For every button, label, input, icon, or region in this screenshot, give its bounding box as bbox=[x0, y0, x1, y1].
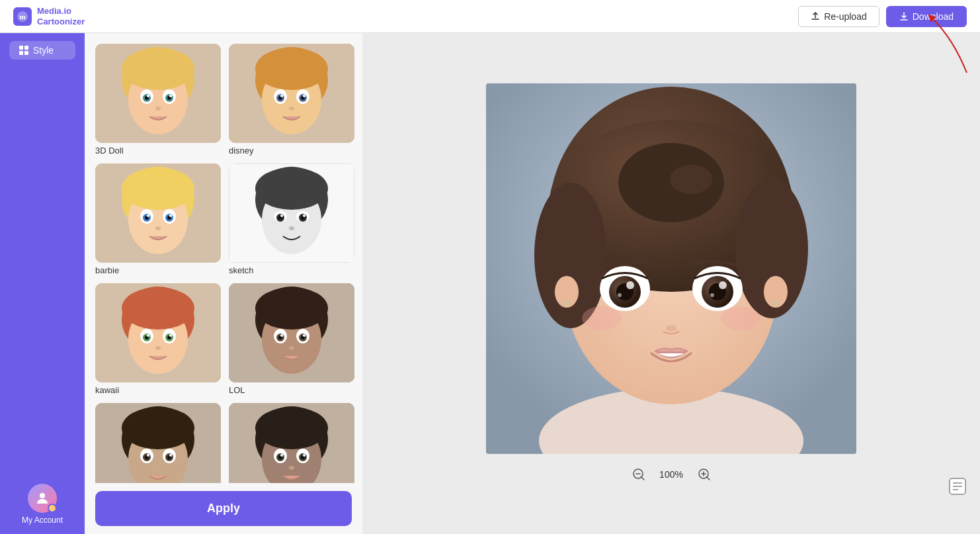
style-icon bbox=[19, 45, 29, 56]
svg-point-45 bbox=[169, 214, 172, 217]
svg-point-20 bbox=[155, 107, 161, 111]
svg-point-133 bbox=[618, 293, 622, 297]
my-account[interactable]: My Account bbox=[22, 484, 63, 525]
svg-point-134 bbox=[719, 281, 727, 289]
svg-point-31 bbox=[280, 95, 283, 97]
main: Style My Account bbox=[0, 33, 980, 534]
svg-point-64 bbox=[122, 287, 194, 330]
preview-area: 100% bbox=[362, 33, 980, 534]
style-label-kawaii: kawaii bbox=[95, 385, 221, 395]
svg-point-140 bbox=[670, 165, 712, 194]
svg-point-57 bbox=[280, 214, 283, 217]
svg-point-111 bbox=[303, 454, 306, 457]
svg-point-103 bbox=[255, 407, 328, 449]
svg-point-124 bbox=[563, 300, 570, 306]
header-buttons: Re-upload Download bbox=[798, 6, 967, 27]
style-label-disney: disney bbox=[229, 146, 354, 156]
svg-rect-3 bbox=[19, 46, 23, 50]
reupload-icon bbox=[811, 12, 820, 21]
style-thumb-kawaii bbox=[95, 283, 221, 382]
style-card-kawaii[interactable]: kawaii bbox=[95, 283, 221, 395]
svg-rect-5 bbox=[19, 51, 23, 55]
download-icon bbox=[899, 12, 909, 21]
svg-point-72 bbox=[169, 334, 172, 337]
sidebar-item-style[interactable]: Style bbox=[9, 41, 75, 60]
svg-point-98 bbox=[169, 454, 172, 457]
svg-point-71 bbox=[147, 334, 149, 337]
svg-text:m: m bbox=[19, 13, 25, 21]
svg-line-147 bbox=[706, 476, 710, 480]
svg-point-18 bbox=[147, 95, 149, 97]
style-label-lol: LOL bbox=[229, 385, 354, 395]
svg-point-19 bbox=[169, 95, 172, 97]
style-thumb-3d-doll bbox=[95, 44, 221, 143]
reupload-button[interactable]: Re-upload bbox=[798, 6, 879, 27]
zoom-out-button[interactable] bbox=[629, 465, 649, 484]
style-card-barbie[interactable]: barbie bbox=[95, 163, 221, 275]
svg-point-33 bbox=[289, 107, 294, 111]
svg-point-44 bbox=[147, 214, 149, 217]
svg-point-90 bbox=[122, 407, 194, 449]
style-thumb-disney bbox=[229, 44, 354, 143]
svg-point-86 bbox=[289, 346, 294, 350]
svg-point-58 bbox=[303, 214, 306, 217]
svg-point-11 bbox=[122, 48, 194, 90]
svg-point-77 bbox=[255, 287, 328, 330]
zoom-in-button[interactable] bbox=[694, 465, 714, 484]
zoom-controls: 100% bbox=[629, 465, 714, 484]
style-card-disney[interactable]: disney bbox=[229, 44, 354, 156]
style-label-barbie: barbie bbox=[95, 265, 221, 275]
svg-point-110 bbox=[280, 454, 283, 457]
apply-button[interactable]: Apply bbox=[95, 491, 352, 526]
svg-point-132 bbox=[626, 281, 634, 289]
preview-image bbox=[486, 83, 856, 454]
header: m Media.io Cartoonizer Re-upload Downloa… bbox=[0, 0, 980, 33]
style-thumb-lol bbox=[229, 283, 354, 382]
svg-point-37 bbox=[122, 167, 194, 210]
svg-point-46 bbox=[155, 226, 161, 230]
logo-icon: m bbox=[13, 7, 32, 26]
style-card-lol[interactable]: LOL bbox=[229, 283, 354, 395]
logo: m Media.io Cartoonizer bbox=[13, 6, 85, 26]
cartoon-face bbox=[486, 83, 856, 454]
svg-point-138 bbox=[721, 306, 760, 330]
svg-rect-6 bbox=[24, 51, 28, 55]
style-card-3d-doll[interactable]: 3D Doll bbox=[95, 44, 221, 156]
style-card-sketch[interactable]: sketch bbox=[229, 163, 354, 275]
svg-point-136 bbox=[666, 325, 676, 332]
svg-point-99 bbox=[155, 466, 161, 470]
style-panel: 3D Doll disney bbox=[85, 33, 362, 534]
svg-point-7 bbox=[40, 493, 45, 498]
style-label-sketch: sketch bbox=[229, 265, 354, 275]
svg-point-84 bbox=[280, 334, 283, 337]
svg-point-125 bbox=[772, 300, 779, 306]
style-thumb-barbie bbox=[95, 163, 221, 263]
svg-line-143 bbox=[641, 476, 644, 480]
svg-rect-4 bbox=[24, 46, 28, 50]
svg-point-50 bbox=[255, 167, 328, 210]
svg-point-32 bbox=[303, 95, 306, 97]
svg-point-135 bbox=[710, 293, 714, 297]
notes-button[interactable] bbox=[948, 477, 967, 498]
svg-point-73 bbox=[155, 346, 161, 350]
avatar bbox=[28, 484, 57, 513]
svg-point-85 bbox=[303, 334, 306, 337]
zoom-level: 100% bbox=[657, 469, 686, 480]
sidebar: Style My Account bbox=[0, 33, 85, 534]
style-thumb-sketch bbox=[229, 163, 354, 263]
svg-point-24 bbox=[255, 48, 328, 90]
avatar-badge bbox=[48, 504, 57, 513]
style-label-3d-doll: 3D Doll bbox=[95, 146, 221, 156]
svg-point-137 bbox=[582, 306, 622, 330]
apply-area: Apply bbox=[85, 483, 362, 534]
svg-point-97 bbox=[147, 454, 149, 457]
svg-point-112 bbox=[289, 466, 294, 470]
style-grid: 3D Doll disney bbox=[95, 44, 352, 515]
download-button[interactable]: Download bbox=[886, 6, 967, 27]
svg-point-59 bbox=[289, 226, 294, 230]
logo-text: Media.io Cartoonizer bbox=[37, 6, 85, 26]
